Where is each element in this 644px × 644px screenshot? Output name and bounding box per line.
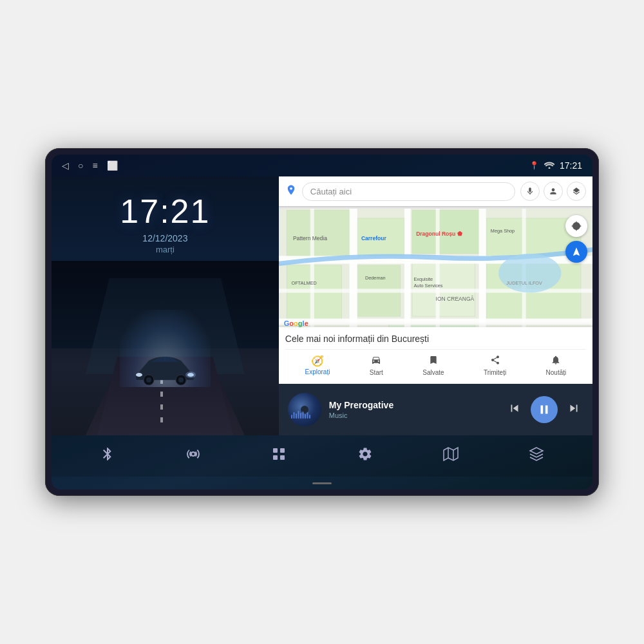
layers-button[interactable] xyxy=(567,182,586,201)
map-info-panel: Cele mai noi informații din București 🧭 … xyxy=(279,327,592,384)
explore-icon: 🧭 xyxy=(311,355,324,367)
bottom-nav-bluetooth[interactable] xyxy=(93,442,122,469)
nav-icons: ◁ ○ ≡ ⬜ xyxy=(62,160,118,171)
apps-icon xyxy=(271,446,287,466)
search-placeholder: Căutați aici xyxy=(310,187,352,196)
bottom-nav-apps[interactable] xyxy=(265,442,293,469)
svg-rect-9 xyxy=(287,211,349,258)
svg-rect-44 xyxy=(296,413,297,419)
svg-text:JUDEȚUL ILFOV: JUDEȚUL ILFOV xyxy=(506,280,542,286)
bluetooth-icon xyxy=(100,446,115,466)
svg-rect-43 xyxy=(293,412,294,419)
music-title: My Prerogative xyxy=(329,400,497,410)
right-panel: Căutați aici xyxy=(279,176,592,435)
svg-text:Dedeman: Dedeman xyxy=(365,275,386,281)
svg-text:Mega Shop: Mega Shop xyxy=(491,228,515,234)
svg-rect-49 xyxy=(307,412,308,419)
maps-icon xyxy=(443,446,459,466)
music-controls xyxy=(505,396,583,423)
tab-start[interactable]: Start xyxy=(365,354,388,377)
home-indicator xyxy=(52,477,592,489)
svg-point-7 xyxy=(178,377,184,383)
left-panel: 17:21 12/12/2023 marți xyxy=(52,176,279,435)
svg-rect-50 xyxy=(309,415,310,419)
next-button[interactable] xyxy=(564,399,583,421)
svg-text:ION CREANGĂ: ION CREANGĂ xyxy=(435,296,474,302)
explore-label: Explorați xyxy=(305,368,330,375)
nav-menu-icon[interactable]: ≡ xyxy=(92,160,97,171)
svg-text:OFTALMED: OFTALMED xyxy=(291,280,316,286)
music-album-art xyxy=(288,393,321,426)
maps-section: Căutați aici xyxy=(279,176,592,384)
tab-saved[interactable]: Salvate xyxy=(417,354,449,377)
svg-marker-56 xyxy=(444,448,458,460)
status-right-icons: 📍 17:21 xyxy=(529,160,582,171)
svg-rect-52 xyxy=(273,448,278,453)
tab-share[interactable]: Trimiteți xyxy=(478,354,511,377)
radio-icon xyxy=(185,446,201,466)
nav-back-icon[interactable]: ◁ xyxy=(62,160,69,171)
bottom-nav-radio[interactable] xyxy=(179,442,207,469)
locate-me-button[interactable] xyxy=(565,215,587,237)
bottom-nav-maps[interactable] xyxy=(437,442,465,469)
play-pause-button[interactable] xyxy=(531,396,558,423)
news-label: Noutăți xyxy=(546,369,567,376)
tab-explore[interactable]: 🧭 Explorați xyxy=(299,354,335,377)
profile-button[interactable] xyxy=(544,182,563,201)
bottom-nav xyxy=(52,435,592,477)
start-label: Start xyxy=(370,369,383,376)
saved-label: Salvate xyxy=(422,369,444,376)
music-subtitle: Music xyxy=(329,412,497,419)
tab-news[interactable]: Noutăți xyxy=(541,354,572,377)
wifi-icon xyxy=(544,161,554,171)
svg-text:Dragonul Roșu ⬟: Dragonul Roșu ⬟ xyxy=(416,231,462,237)
car-svg xyxy=(126,348,204,386)
mic-button[interactable] xyxy=(520,182,540,201)
svg-point-2 xyxy=(136,373,142,377)
map-tabs: 🧭 Explorați Start xyxy=(285,349,586,377)
svg-point-51 xyxy=(191,452,195,456)
google-logo: Google xyxy=(284,319,308,327)
svg-text:Exquisite: Exquisite xyxy=(413,276,433,282)
device-outer: ◁ ○ ≡ ⬜ 📍 17:21 xyxy=(45,148,599,496)
prev-button[interactable] xyxy=(505,399,524,421)
share-label: Trimiteți xyxy=(484,369,506,376)
svg-rect-54 xyxy=(273,455,278,460)
music-section: My Prerogative Music xyxy=(279,384,592,435)
cube-icon xyxy=(529,446,544,466)
news-icon xyxy=(551,355,561,368)
bottom-nav-settings[interactable] xyxy=(351,442,379,469)
search-bar[interactable]: Căutați aici xyxy=(302,182,515,201)
clock-time: 17:21 xyxy=(64,192,266,231)
maps-header: Căutați aici xyxy=(279,176,592,206)
location-icon: 📍 xyxy=(529,161,539,170)
svg-rect-53 xyxy=(280,448,285,453)
navigate-button[interactable] xyxy=(565,241,587,263)
svg-text:Carrefour: Carrefour xyxy=(361,235,386,242)
start-icon xyxy=(371,355,381,368)
svg-text:Auto Services: Auto Services xyxy=(413,283,442,289)
clock-section: 17:21 12/12/2023 marți xyxy=(52,176,279,261)
saved-icon xyxy=(428,355,439,368)
car-visual xyxy=(52,261,279,435)
maps-actions xyxy=(520,182,586,201)
clock-date: 12/12/2023 xyxy=(64,233,266,243)
nav-home-icon[interactable]: ○ xyxy=(78,160,83,171)
music-info: My Prerogative Music xyxy=(329,400,497,419)
device-screen: ◁ ○ ≡ ⬜ 📍 17:21 xyxy=(52,155,592,489)
svg-text:Pattern Media: Pattern Media xyxy=(293,235,327,242)
bottom-nav-cube[interactable] xyxy=(522,442,551,469)
settings-icon xyxy=(357,446,373,466)
svg-rect-47 xyxy=(302,412,303,419)
main-content: 17:21 12/12/2023 marți xyxy=(52,176,592,435)
svg-rect-48 xyxy=(305,414,306,419)
map-controls xyxy=(565,215,587,263)
home-indicator-bar[interactable] xyxy=(312,482,332,484)
status-bar: ◁ ○ ≡ ⬜ 📍 17:21 xyxy=(52,155,592,176)
status-time: 17:21 xyxy=(560,160,582,171)
nav-recent-icon[interactable]: ⬜ xyxy=(107,160,118,171)
svg-point-28 xyxy=(498,254,561,293)
clock-day: marți xyxy=(64,245,266,254)
svg-rect-42 xyxy=(291,415,292,419)
svg-rect-45 xyxy=(298,411,299,419)
